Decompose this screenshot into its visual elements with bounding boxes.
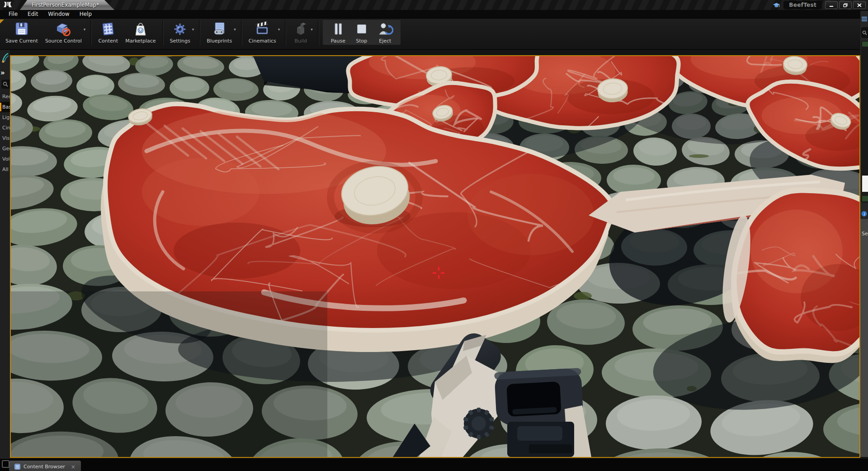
content-icon <box>100 21 116 37</box>
expand-panel-button[interactable]: » <box>0 69 4 77</box>
titlebar: FirstPersonExampleMap* BeefTest <box>0 0 868 10</box>
outliner-row <box>862 42 868 47</box>
content-browser-icon <box>14 464 20 470</box>
toolbar-button-build: Build <box>289 20 312 45</box>
toolbar-separator <box>318 20 319 46</box>
toolbar-separator <box>241 20 242 46</box>
source-control-icon <box>55 21 71 37</box>
settings-icon <box>172 21 188 37</box>
content-browser-label: Content Browser <box>24 464 65 470</box>
menu-help[interactable]: Help <box>75 10 97 18</box>
right-panels-sliver: i Search <box>860 11 868 457</box>
cinematics-icon <box>254 21 270 37</box>
dropdown-arrow-icon[interactable]: ▾ <box>234 27 236 32</box>
menu-window[interactable]: Window <box>43 10 74 18</box>
details-search-label: Search <box>862 231 868 237</box>
place-category-geometry[interactable]: Geometry <box>0 143 10 154</box>
menu-edit[interactable]: Edit <box>23 10 43 18</box>
toolbar-button-label: Content <box>98 38 118 44</box>
content-browser-tab[interactable]: Content Browser × <box>9 461 81 471</box>
place-category-all-classes[interactable]: All Classes <box>0 164 10 175</box>
toolbar-button-label: Source Control <box>45 38 82 44</box>
toolbar-button-label: Eject <box>379 38 391 44</box>
details-info-icon[interactable]: i <box>861 210 867 219</box>
unreal-editor-window: FirstPersonExampleMap* BeefTest FileEdit… <box>0 0 868 471</box>
toolbar-button-pause[interactable]: Pause <box>326 20 350 45</box>
editor-main-area: » Recently PlacedBasicLightsCinematicVis… <box>0 50 868 459</box>
layout-corner-icon[interactable] <box>2 460 9 468</box>
toolbar-separator <box>162 20 164 46</box>
project-name-badge: BeefTest <box>783 1 822 9</box>
tutorials-icon[interactable] <box>773 2 780 8</box>
place-category-recently-placed[interactable]: Recently Placed <box>0 91 10 102</box>
blueprints-icon <box>211 21 227 37</box>
toolbar-button-cinematics[interactable]: Cinematics <box>245 20 280 45</box>
place-mode-icon[interactable] <box>1 52 9 63</box>
marketplace-icon <box>132 21 149 37</box>
place-category-lights[interactable]: Lights <box>0 112 10 123</box>
close-tab-icon[interactable]: × <box>68 464 75 470</box>
toolbar-button-label: Pause <box>331 38 345 44</box>
toolbar-separator <box>90 20 92 46</box>
toolbar-button-save-current[interactable]: Save Current <box>2 20 42 45</box>
toolbar-group: Build▾ <box>289 20 315 45</box>
place-category-cinematic[interactable]: Cinematic <box>0 123 10 133</box>
toolbar-button-label: Settings <box>170 38 190 44</box>
dropdown-arrow-icon[interactable]: ▾ <box>311 27 313 32</box>
toolbar-button-blueprints[interactable]: Blueprints <box>203 20 236 45</box>
eject-icon <box>377 21 393 37</box>
toolbar-button-label: Build <box>294 38 307 44</box>
toolbar-button-label: Save Current <box>5 38 38 44</box>
toolbar-group: Save CurrentSource Control▾ <box>2 20 88 45</box>
toolbar-button-label: Marketplace <box>125 38 156 44</box>
place-category-visual-effects[interactable]: Visual Effects <box>0 133 10 143</box>
scene-canvas <box>11 56 859 457</box>
minimize-button[interactable] <box>825 1 838 9</box>
toolbar-button-label: Stop <box>356 38 367 44</box>
world-outliner-icon[interactable] <box>862 15 867 24</box>
toolbar-button-settings[interactable]: Settings <box>166 20 194 45</box>
toolbar-group: Cinematics▾ <box>245 20 283 45</box>
pause-icon <box>330 21 346 37</box>
toolbar-button-eject[interactable]: Eject <box>373 20 397 45</box>
place-category-basic[interactable]: Basic <box>0 102 10 112</box>
details-panel-sliver: Search <box>860 219 868 457</box>
build-icon <box>292 21 309 37</box>
toolbar-separator <box>285 20 286 46</box>
toolbar-button-label: Blueprints <box>207 38 232 44</box>
close-button[interactable] <box>853 1 866 9</box>
toolbar-button-content[interactable]: Content <box>94 20 122 45</box>
outliner-row <box>862 196 868 201</box>
toolbar-button-label: Cinematics <box>249 38 276 44</box>
toolbar-group: ContentMarketplace <box>94 20 159 45</box>
unreal-engine-logo-icon <box>0 0 15 10</box>
menu-file[interactable]: File <box>4 10 23 18</box>
save-icon <box>14 21 30 37</box>
toolbar-group: Blueprints▾ <box>203 20 238 45</box>
toolbar-button-stop[interactable]: Stop <box>350 20 373 45</box>
level-tab[interactable]: FirstPersonExampleMap* <box>20 0 114 10</box>
outliner-row-highlight <box>862 176 868 192</box>
toolbar-separator <box>199 20 200 46</box>
outliner-search-field[interactable] <box>861 27 868 38</box>
game-viewport[interactable] <box>10 55 860 458</box>
place-category-volumes[interactable]: Volumes <box>0 154 10 164</box>
restore-button[interactable] <box>839 1 852 9</box>
stop-icon <box>354 21 370 37</box>
bottom-dock: Content Browser × <box>0 459 868 471</box>
toolbar-button-source-control[interactable]: Source Control <box>42 20 85 45</box>
menubar: FileEditWindowHelp <box>0 10 868 19</box>
dropdown-arrow-icon[interactable]: ▾ <box>84 27 86 32</box>
dropdown-arrow-icon[interactable]: ▾ <box>192 27 194 32</box>
pie-controls-group: PauseStopEject <box>323 20 401 45</box>
level-tab-title: FirstPersonExampleMap* <box>32 2 99 8</box>
toolbar: Save CurrentSource Control▾ContentMarket… <box>0 19 868 50</box>
toolbar-corner-wedge <box>0 19 4 24</box>
toolbar-group: Settings▾ <box>166 20 197 45</box>
place-actors-panel-sliver: » Recently PlacedBasicLightsCinematicVis… <box>0 50 10 459</box>
outliner-list-sliver[interactable] <box>861 41 868 203</box>
toolbar-button-marketplace[interactable]: Marketplace <box>122 20 159 45</box>
dropdown-arrow-icon[interactable]: ▾ <box>278 27 280 32</box>
